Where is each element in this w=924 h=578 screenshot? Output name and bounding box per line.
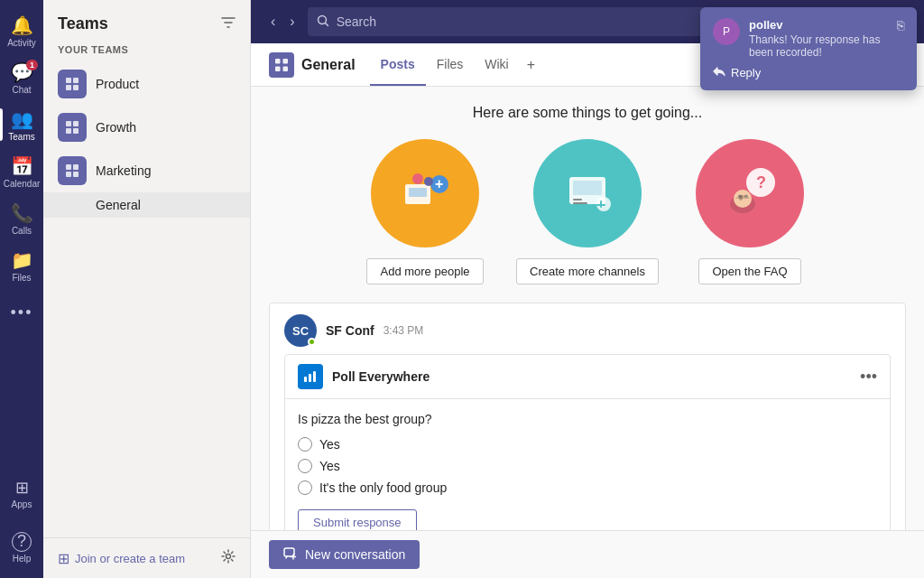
gear-icon xyxy=(221,549,236,564)
getting-started-section: Here are some things to get going... + xyxy=(251,87,924,303)
svg-rect-42 xyxy=(309,374,311,382)
tab-posts[interactable]: Posts xyxy=(370,44,426,86)
svg-point-24 xyxy=(424,177,433,186)
svg-rect-3 xyxy=(73,85,79,90)
svg-rect-43 xyxy=(313,371,316,382)
nav-item-more[interactable]: ••• xyxy=(0,289,43,336)
filter-button[interactable] xyxy=(221,15,236,33)
svg-rect-9 xyxy=(73,164,79,170)
calls-icon: 📞 xyxy=(11,202,33,224)
channel-icon xyxy=(269,52,294,78)
svg-rect-16 xyxy=(275,66,281,71)
team-grid-icon2 xyxy=(64,119,80,135)
new-conversation-button[interactable]: New conversation xyxy=(269,540,420,569)
chat-badge: 1 xyxy=(26,60,38,70)
create-channels-button[interactable]: Create more channels xyxy=(516,258,659,284)
team-name-marketing: Marketing xyxy=(96,163,211,178)
filter-icon xyxy=(221,15,236,30)
message-header: SC SF Conf 3:43 PM xyxy=(270,303,905,354)
message-body: Poll Everywhere ••• Is pizza the best gr… xyxy=(270,354,905,530)
back-button[interactable]: ‹ xyxy=(265,10,281,33)
nav-item-chat[interactable]: 💬 Chat 1 xyxy=(0,54,43,101)
poll-more-button[interactable]: ••• xyxy=(860,368,877,387)
tab-files[interactable]: Files xyxy=(426,44,475,86)
nav-item-activity[interactable]: 🔔 Activity xyxy=(0,7,43,54)
add-people-svg: + xyxy=(389,157,461,229)
sender-initials: SC xyxy=(292,324,309,338)
channel-item-general[interactable]: General xyxy=(43,192,250,218)
svg-rect-27 xyxy=(573,181,602,195)
poll-option-1: Yes xyxy=(298,459,877,473)
message-thread: SC SF Conf 3:43 PM xyxy=(269,303,906,530)
nav-item-calendar-label: Calendar xyxy=(4,179,41,189)
poll-radio-1[interactable] xyxy=(298,459,312,473)
nav-item-teams[interactable]: 👥 Teams xyxy=(0,101,43,148)
svg-rect-28 xyxy=(573,199,582,200)
svg-point-39 xyxy=(738,195,742,198)
svg-rect-7 xyxy=(73,128,79,134)
nav-item-activity-label: Activity xyxy=(7,38,36,48)
feed-area: Here are some things to get going... + xyxy=(251,87,924,530)
svg-text:?: ? xyxy=(756,173,766,191)
poll-card-header: Poll Everywhere ••• xyxy=(285,355,890,399)
nav-item-help-label: Help xyxy=(13,554,32,564)
poll-option-2: It's the only food group xyxy=(298,480,877,495)
nav-item-files-label: Files xyxy=(12,273,31,283)
team-item-product[interactable]: Product ••• xyxy=(43,62,250,106)
poll-question: Is pizza the best group? xyxy=(298,412,877,426)
nav-item-files[interactable]: 📁 Files xyxy=(0,242,43,289)
svg-rect-8 xyxy=(66,164,71,170)
poll-card: Poll Everywhere ••• Is pizza the best gr… xyxy=(284,354,891,530)
poll-option-label-0: Yes xyxy=(319,437,340,452)
message-sender: SF Conf xyxy=(326,323,374,338)
add-people-illustration: + xyxy=(371,139,479,247)
add-tab-button[interactable]: + xyxy=(520,44,542,86)
faq-svg: ? xyxy=(714,157,786,229)
team-icon-growth xyxy=(58,113,87,142)
new-conversation-label: New conversation xyxy=(305,547,405,562)
starter-cards: + Add more people xyxy=(353,139,822,284)
svg-point-23 xyxy=(412,173,423,184)
notif-reply-label: Reply xyxy=(731,66,761,79)
teams-bottom: ⊞ Join or create a team xyxy=(43,537,250,578)
nav-item-calendar[interactable]: 📅 Calendar xyxy=(0,148,43,195)
channels-illustration xyxy=(533,139,642,247)
apps-icon: ⊞ xyxy=(15,478,29,498)
files-icon: 📁 xyxy=(11,249,33,271)
nav-item-calls[interactable]: 📞 Calls xyxy=(0,195,43,242)
settings-button[interactable] xyxy=(221,549,236,567)
notif-reply-button[interactable]: Reply xyxy=(713,66,761,79)
join-team-button[interactable]: ⊞ Join or create a team xyxy=(58,550,185,567)
svg-rect-29 xyxy=(573,202,587,204)
channel-name: General xyxy=(301,57,356,73)
poll-radio-0[interactable] xyxy=(298,437,312,452)
add-people-button[interactable]: Add more people xyxy=(366,258,483,284)
nav-sidebar: 🔔 Activity 💬 Chat 1 👥 Teams 📅 Calendar 📞… xyxy=(0,0,43,578)
svg-rect-10 xyxy=(66,172,71,177)
team-item-marketing[interactable]: Marketing ••• xyxy=(43,149,250,192)
poll-option-label-1: Yes xyxy=(319,459,340,473)
svg-rect-14 xyxy=(275,59,281,64)
notif-avatar: P xyxy=(713,18,740,45)
teams-icon: 👥 xyxy=(11,108,33,130)
poll-app-name: Poll Everywhere xyxy=(332,369,851,384)
join-team-icon: ⊞ xyxy=(58,550,69,567)
nav-item-apps[interactable]: ⊞ Apps xyxy=(0,470,43,517)
sender-avatar: SC xyxy=(284,314,317,347)
activity-icon: 🔔 xyxy=(11,14,33,36)
open-faq-button[interactable]: Open the FAQ xyxy=(698,258,800,284)
team-item-growth[interactable]: Growth ••• xyxy=(43,106,250,149)
tab-wiki[interactable]: Wiki xyxy=(474,44,519,86)
forward-button[interactable]: › xyxy=(284,10,300,33)
your-teams-label: Your teams xyxy=(43,41,250,62)
submit-response-button[interactable]: Submit response xyxy=(298,509,417,530)
calendar-icon: 📅 xyxy=(11,155,33,177)
nav-item-teams-label: Teams xyxy=(8,132,34,142)
poll-radio-2[interactable] xyxy=(298,480,312,495)
team-name-product: Product xyxy=(96,77,211,91)
notif-message: Thanks! Your response has been recorded! xyxy=(749,33,888,59)
svg-rect-4 xyxy=(66,121,71,126)
team-icon-product xyxy=(58,70,87,98)
nav-item-help[interactable]: ? Help xyxy=(0,524,43,571)
notif-header: P pollev Thanks! Your response has been … xyxy=(713,18,904,59)
